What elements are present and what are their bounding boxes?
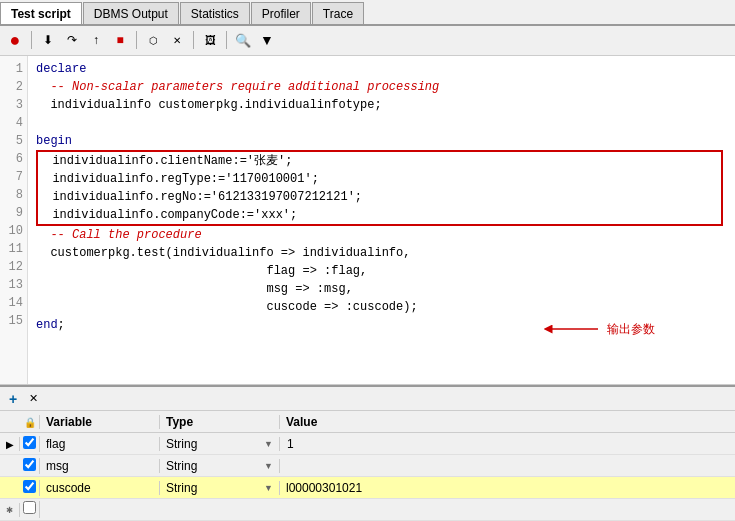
dropdown-button[interactable]: ▼ <box>256 29 278 51</box>
bottom-toolbar: + ✕ <box>0 387 735 411</box>
step-into-icon: ⬇ <box>43 33 53 47</box>
image-button[interactable]: 🖼 <box>199 29 221 51</box>
step-out-button[interactable]: ↑ <box>85 29 107 51</box>
header-check: 🔒 <box>20 415 40 429</box>
line-numbers: 1 2 3 4 5 6 7 8 9 10 11 12 13 14 15 <box>0 56 28 384</box>
header-value: Value <box>280 415 735 429</box>
step-out-icon: ↑ <box>93 33 99 47</box>
sep1 <box>31 31 32 49</box>
tab-trace[interactable]: Trace <box>312 2 364 24</box>
table-header: 🔒 Variable Type Value <box>0 411 735 433</box>
checkbox-flag[interactable] <box>23 436 36 449</box>
row-check-flag[interactable] <box>20 436 40 452</box>
table-row: ▶ flag String ▼ 1 <box>0 433 735 455</box>
main-container: Test script DBMS Output Statistics Profi… <box>0 0 735 521</box>
type-text-cuscode: String <box>166 481 197 495</box>
step-over-icon: ↷ <box>67 33 77 47</box>
type-text-flag: String <box>166 437 197 451</box>
annotation: 输出参数 <box>543 319 655 339</box>
lock-icon: 🔒 <box>24 417 36 428</box>
step-into-button[interactable]: ⬇ <box>37 29 59 51</box>
tab-statistics[interactable]: Statistics <box>180 2 250 24</box>
stop-icon: ■ <box>116 33 123 47</box>
image-icon: 🖼 <box>205 34 216 46</box>
tab-profiler[interactable]: Profiler <box>251 2 311 24</box>
cell-type-cuscode: String ▼ <box>160 481 280 495</box>
run-button[interactable]: ● <box>4 29 26 51</box>
checkbox-new[interactable] <box>23 501 36 514</box>
bottom-section: + ✕ 🔒 Variable Type Value ▶ <box>0 385 735 521</box>
step-over-button[interactable]: ↷ <box>61 29 83 51</box>
sep3 <box>193 31 194 49</box>
cell-type-msg: String ▼ <box>160 459 280 473</box>
tabs-bar: Test script DBMS Output Statistics Profi… <box>0 0 735 26</box>
cell-val-cuscode[interactable]: l00000301021 <box>280 481 735 495</box>
breakpoint-icon: ⬡ <box>149 35 158 46</box>
table-row: cuscode String ▼ l00000301021 <box>0 477 735 499</box>
play-icon: ▶ <box>6 439 14 450</box>
toolbar: ● ⬇ ↷ ↑ ■ ⬡ ✕ 🖼 🔍 ▼ <box>0 26 735 56</box>
type-dropdown-arrow-cuscode[interactable]: ▼ <box>264 483 273 493</box>
add-row-star-icon: ✱ <box>6 504 13 516</box>
header-type: Type <box>160 415 280 429</box>
cell-var-cuscode: cuscode <box>40 481 160 495</box>
clear-icon: ✕ <box>173 35 181 46</box>
cell-val-flag[interactable]: 1 <box>280 436 735 452</box>
cell-var-msg: msg <box>40 459 160 473</box>
remove-var-button[interactable]: ✕ <box>24 390 42 408</box>
cell-var-flag: flag <box>40 437 160 451</box>
row-check-msg[interactable] <box>20 458 40 474</box>
search-button[interactable]: 🔍 <box>232 29 254 51</box>
checkbox-cuscode[interactable] <box>23 480 36 493</box>
breakpoint-button[interactable]: ⬡ <box>142 29 164 51</box>
run-icon: ● <box>10 30 21 51</box>
type-text-msg: String <box>166 459 197 473</box>
tab-test-script[interactable]: Test script <box>0 2 82 24</box>
add-row: ✱ <box>0 499 735 521</box>
editor-area: 1 2 3 4 5 6 7 8 9 10 11 12 13 14 15 decl… <box>0 56 735 385</box>
dropdown-arrow-icon: ▼ <box>260 32 274 48</box>
row-check-cuscode[interactable] <box>20 480 40 496</box>
sep4 <box>226 31 227 49</box>
tab-dbms-output[interactable]: DBMS Output <box>83 2 179 24</box>
sep2 <box>136 31 137 49</box>
annotation-text: 输出参数 <box>607 321 655 338</box>
search-icon: 🔍 <box>235 33 251 48</box>
table-row: msg String ▼ <box>0 455 735 477</box>
checkbox-msg[interactable] <box>23 458 36 471</box>
type-dropdown-arrow-msg[interactable]: ▼ <box>264 461 273 471</box>
clear-button[interactable]: ✕ <box>166 29 188 51</box>
stop-button[interactable]: ■ <box>109 29 131 51</box>
type-dropdown-arrow-flag[interactable]: ▼ <box>264 439 273 449</box>
add-var-button[interactable]: + <box>4 390 22 408</box>
header-variable: Variable <box>40 415 160 429</box>
add-row-icon-cell: ✱ <box>0 503 20 517</box>
add-row-check-cell[interactable] <box>20 501 40 518</box>
row-arrow-flag: ▶ <box>0 437 20 451</box>
annotation-arrow-svg <box>543 319 603 339</box>
cell-type-flag: String ▼ <box>160 437 280 451</box>
variables-table: 🔒 Variable Type Value ▶ flag String <box>0 411 735 521</box>
